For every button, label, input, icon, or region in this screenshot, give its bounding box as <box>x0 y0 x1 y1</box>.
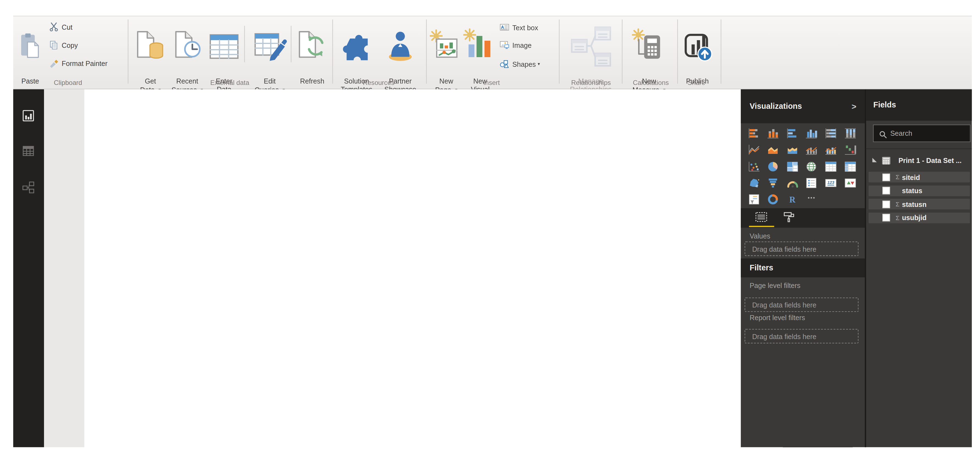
manage-relationships-icon <box>569 66 612 77</box>
fields-search-input[interactable]: Search <box>873 124 970 142</box>
filter-dropzone[interactable]: Drag data fields here <box>745 329 859 343</box>
cut-icon <box>49 22 59 31</box>
viz-icon-treemap[interactable] <box>786 160 799 173</box>
sidebar-report-view-button[interactable] <box>22 109 35 122</box>
viz-icon-stacked-column-100[interactable] <box>843 127 856 140</box>
viz-icon-slicer[interactable] <box>748 193 760 206</box>
button-label: Image <box>512 41 531 49</box>
text-box-button[interactable]: AText box <box>500 22 538 33</box>
viz-icon-stacked-bar[interactable] <box>748 127 760 140</box>
filters-header: Filters <box>741 258 864 277</box>
filter-dropzone[interactable]: Drag data fields here <box>745 297 859 312</box>
solution-templates-icon <box>338 66 375 77</box>
viz-icon-funnel[interactable] <box>767 177 779 189</box>
viz-icon-area[interactable] <box>767 144 779 156</box>
group-separator <box>622 19 622 84</box>
viz-icon-more[interactable] <box>805 193 818 206</box>
viz-icon-filled-map[interactable] <box>748 177 760 189</box>
visualizations-panel: Visualizations > 123R Values Drag data f… <box>741 89 864 447</box>
format-painter-button[interactable]: Format Painter <box>49 58 108 69</box>
edit-queries-button[interactable]: EditQueries ▾ <box>253 18 287 75</box>
new-measure-button[interactable]: NewMeasure ▾ <box>632 18 666 75</box>
view-sidebar <box>13 89 44 447</box>
image-icon <box>500 40 509 49</box>
power-bi-desktop-window: PasteCutCopyFormat PainterClipboardGetDa… <box>0 0 980 452</box>
get-data-button[interactable]: GetData ▾ <box>134 18 167 75</box>
refresh-icon <box>295 66 329 77</box>
ribbon: PasteCutCopyFormat PainterClipboardGetDa… <box>13 16 972 89</box>
viz-icon-map[interactable] <box>805 160 818 173</box>
button-label: Copy <box>62 41 78 49</box>
sidebar-relationships-view-button[interactable] <box>22 181 35 194</box>
button-label: Refresh <box>295 78 329 86</box>
viz-icon-table[interactable] <box>824 160 837 173</box>
tab-fields-tab[interactable] <box>755 211 768 223</box>
partner-showcase-button[interactable]: PartnerShowcase <box>382 18 418 75</box>
viz-icon-pie[interactable] <box>767 160 779 173</box>
new-visual-button[interactable]: NewVisual <box>463 18 498 75</box>
visualizations-header: Visualizations > <box>741 89 864 124</box>
viz-icon-stacked-area[interactable] <box>786 144 799 156</box>
active-tab-underline <box>749 225 774 227</box>
field-checkbox[interactable] <box>882 214 890 221</box>
report-canvas[interactable] <box>84 89 741 447</box>
viz-icon-waterfall[interactable] <box>843 144 856 156</box>
filter-section-label: Page level filters <box>749 282 800 289</box>
field-row-siteid[interactable]: Σsiteid <box>869 172 970 182</box>
field-row-statusn[interactable]: Σstatusn <box>869 199 970 209</box>
field-checkbox[interactable] <box>882 173 890 181</box>
relationships-view-icon <box>22 181 35 194</box>
filters-title: Filters <box>749 263 773 272</box>
viz-icon-r-script[interactable]: R <box>786 193 799 206</box>
cut-button[interactable]: Cut <box>49 21 73 32</box>
solution-templates-button[interactable]: SolutionTemplates <box>338 18 375 75</box>
ribbon-group-label: Insert <box>484 79 500 87</box>
collapse-chevron-icon[interactable]: > <box>851 102 856 111</box>
viz-icon-matrix[interactable] <box>843 160 856 173</box>
field-row-status[interactable]: status <box>869 185 970 196</box>
button-label: Get <box>134 78 167 86</box>
button-label: Text box <box>512 24 538 31</box>
dataset-table-row[interactable]: Print 1 - Data Set ... <box>866 151 972 169</box>
viz-icon-gauge[interactable] <box>786 177 799 189</box>
image-button[interactable]: Image <box>500 40 531 50</box>
sidebar-data-view-button[interactable] <box>22 144 35 157</box>
data-view-icon <box>22 144 35 157</box>
viz-icon-kpi[interactable] <box>843 177 856 189</box>
svg-text:A: A <box>501 25 504 30</box>
recent-sources-button[interactable]: RecentSources ▾ <box>170 18 204 75</box>
paste-button[interactable]: Paste <box>16 18 45 75</box>
viz-icon-stacked-column[interactable] <box>767 127 779 140</box>
get-data-icon <box>134 66 167 77</box>
field-checkbox[interactable] <box>882 187 890 194</box>
viz-icon-donut[interactable] <box>767 193 779 206</box>
field-row-usubjid[interactable]: Σusubjid <box>869 213 970 223</box>
viz-icon-card[interactable]: 123 <box>824 177 837 189</box>
viz-icon-multi-row-card[interactable] <box>805 177 818 189</box>
edit-queries-icon <box>253 66 287 77</box>
ribbon-group-label: External data <box>210 79 250 87</box>
values-dropzone[interactable]: Drag data fields here <box>745 241 859 256</box>
viz-icon-line-stacked-column[interactable] <box>805 144 818 156</box>
expand-triangle-icon[interactable] <box>872 158 877 162</box>
dropdown-caret-icon: ▾ <box>538 61 540 66</box>
visualizations-title: Visualizations <box>749 102 802 111</box>
tab-format-tab[interactable] <box>782 211 796 223</box>
publish-button[interactable]: Publish <box>680 18 714 75</box>
button-label: Shapes <box>512 60 536 68</box>
field-checkbox[interactable] <box>882 200 890 208</box>
enter-data-button[interactable]: EnterData <box>207 18 241 75</box>
viz-icon-clustered-column[interactable] <box>805 127 818 140</box>
viz-icon-clustered-bar[interactable] <box>786 127 799 140</box>
refresh-button[interactable]: Refresh <box>295 18 329 75</box>
shapes-button[interactable]: Shapes▾ <box>500 59 540 69</box>
viz-icon-line-clustered-column[interactable] <box>824 144 837 156</box>
copy-icon <box>49 40 59 49</box>
button-label: New <box>429 78 463 86</box>
new-page-button[interactable]: NewPage ▾ <box>429 18 463 75</box>
viz-icon-line[interactable] <box>748 144 760 156</box>
viz-icon-stacked-bar-100[interactable] <box>824 127 837 140</box>
group-separator <box>332 19 332 84</box>
viz-icon-scatter[interactable] <box>748 160 760 173</box>
copy-button[interactable]: Copy <box>49 40 78 50</box>
